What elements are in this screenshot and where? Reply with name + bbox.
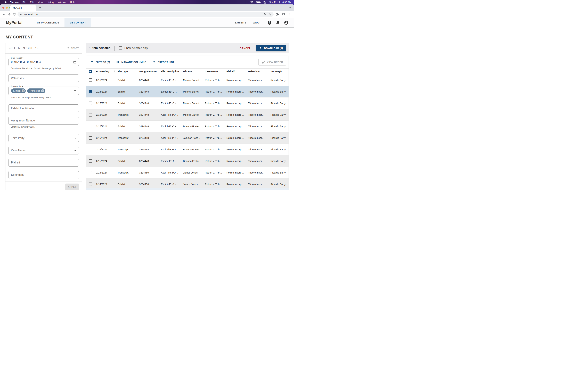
horizontal-scrollbar[interactable] [86, 188, 288, 190]
case-name-placeholder: Case Name [11, 149, 25, 152]
wifi-icon[interactable] [250, 1, 253, 3]
column-header-3[interactable]: Assignment Nu… [139, 70, 161, 73]
battery-icon[interactable] [256, 1, 261, 3]
menu-item-chrome[interactable]: Chrome [8, 1, 20, 3]
defendant-input[interactable] [8, 171, 79, 179]
control-center-icon[interactable] [264, 1, 266, 3]
apple-menu-icon[interactable] [3, 1, 8, 3]
row-checkbox[interactable] [89, 136, 92, 140]
apply-button[interactable]: APPLY [65, 184, 79, 190]
plaintiff-input[interactable] [8, 159, 79, 167]
witnesses-input[interactable] [8, 74, 79, 82]
content-type-chip[interactable]: Exhibit× [11, 88, 26, 93]
menu-bar-clock[interactable]: Sun Feb 7 6:30 PM [269, 1, 291, 3]
case-name-select[interactable]: Case Name [8, 147, 79, 154]
table-row[interactable]: 2/15/2024Exhibit3294448Exhibit-Eh-3 -…Mo… [86, 97, 288, 109]
side-panel-icon[interactable] [281, 12, 286, 17]
table-row[interactable]: 2/15/2024Transcript3294448Ascii File, PD… [86, 144, 288, 155]
show-selected-only-checkbox[interactable] [119, 46, 122, 50]
table-cell: Triboro Incor… [248, 148, 270, 151]
nav-my-content[interactable]: MY CONTENT [64, 18, 91, 27]
notifications-bell-icon[interactable] [276, 20, 280, 25]
tab-close-icon[interactable] [33, 7, 35, 9]
table-cell: Ricardo Barry [270, 160, 288, 162]
view-order-button[interactable]: VIEW ORDER [258, 59, 286, 66]
row-checkbox[interactable] [89, 148, 92, 151]
content-type-chip[interactable]: Transcript× [27, 88, 45, 93]
select-all-checkbox[interactable] [89, 70, 92, 73]
row-checkbox[interactable] [89, 125, 92, 128]
menu-item-edit[interactable]: Edit [28, 1, 36, 3]
table-row[interactable]: 2/15/2024Exhibit3294448Exhibit-Eh-6 -…Br… [86, 155, 288, 167]
row-checkbox[interactable] [89, 102, 92, 105]
table-row[interactable]: 2/14/2024Transcript3294450Ascii File, PD… [86, 167, 288, 178]
forward-button[interactable] [7, 12, 12, 17]
chip-remove-icon[interactable]: × [41, 89, 44, 92]
column-header-6[interactable]: Case Name [205, 70, 227, 73]
tab-search-chevron-icon[interactable] [289, 6, 292, 9]
table-card: FILTERS (3) MANAGE COLUMNS EXPORT LIST [86, 56, 289, 190]
column-header-5[interactable]: Witness [183, 70, 205, 73]
new-tab-button[interactable]: + [38, 6, 42, 10]
filters-button[interactable]: FILTERS (3) [91, 60, 110, 64]
calendar-icon[interactable] [73, 60, 76, 64]
manage-columns-button[interactable]: MANAGE COLUMNS [116, 60, 146, 64]
content-type-select[interactable]: Exhibit×Transcript× [8, 87, 79, 95]
third-party-select[interactable]: Third Party [8, 134, 79, 142]
exhibit-identification-input[interactable] [8, 104, 79, 112]
help-icon[interactable]: ? [267, 20, 272, 25]
table-row[interactable]: 2/15/2024Exhibit3294448Exhibit-Eh-5 -…Br… [86, 121, 288, 132]
column-header-7[interactable]: Plaintiff [227, 70, 248, 73]
menu-item-window[interactable]: Window [56, 1, 68, 3]
row-checkbox[interactable] [89, 78, 92, 82]
browser-menu-kebab-icon[interactable] [287, 12, 292, 17]
download-button[interactable]: DOWNLOAD (1) [256, 45, 286, 51]
column-header-1[interactable]: Proceeding… [96, 70, 117, 73]
menu-item-history[interactable]: History [45, 1, 56, 3]
cancel-button[interactable]: CANCEL [240, 47, 251, 50]
date-range-input[interactable] [8, 58, 79, 66]
reload-button[interactable] [12, 12, 17, 17]
nav-vault[interactable]: VAULT [253, 21, 261, 24]
table-toolbar: FILTERS (3) MANAGE COLUMNS EXPORT LIST [86, 56, 288, 68]
column-header-8[interactable]: Defendant [248, 70, 270, 73]
window-close-button[interactable] [2, 7, 4, 9]
share-icon[interactable] [262, 12, 267, 17]
chip-remove-icon[interactable]: × [22, 89, 25, 92]
menu-item-view[interactable]: View [36, 1, 45, 3]
menu-item-file[interactable]: File [20, 1, 28, 3]
selected-count-text: 1 item selected [89, 46, 111, 50]
row-checkbox[interactable] [89, 113, 92, 116]
row-checkbox[interactable] [89, 183, 92, 186]
menu-item-help[interactable]: Help [68, 1, 77, 3]
bookmark-star-icon[interactable] [267, 12, 272, 17]
nav-exhibits[interactable]: EXHIBITS [235, 21, 246, 24]
back-button[interactable] [2, 12, 7, 17]
reset-button[interactable]: RESET [66, 47, 79, 50]
table-row[interactable]: 2/15/2024Transcript3294448Ascii File, PD… [86, 109, 288, 121]
row-checkbox[interactable] [89, 90, 92, 93]
table-row[interactable]: 2/15/2024Exhibit3294448Exhibit-Eh-2 -…Mo… [86, 86, 288, 97]
extensions-puzzle-icon[interactable] [275, 12, 280, 17]
address-bar[interactable]: myportal.com [18, 12, 274, 17]
assignment-number-input[interactable] [8, 117, 79, 125]
table-row[interactable]: 2/15/2024Exhibit3294448Exhibit-Eh-1 -…Mo… [86, 74, 288, 86]
table-cell: Triboro Incor… [248, 90, 270, 93]
row-checkbox[interactable] [89, 171, 92, 174]
nav-my-proceedings[interactable]: MY PROCEEDINGS [32, 18, 64, 27]
column-header-2[interactable]: File Type [117, 70, 139, 73]
column-header-9[interactable]: Attorney/L… [270, 70, 288, 73]
cart-plus-icon [261, 60, 265, 64]
table-row[interactable]: 2/15/2024Transcript3294448Ascii File, PD… [86, 132, 288, 144]
browser-tab[interactable]: MyPortal [10, 5, 36, 11]
window-minimize-button[interactable] [6, 7, 8, 9]
column-header-4[interactable]: File Description [161, 70, 183, 73]
lock-icon[interactable] [20, 13, 22, 16]
table-cell: James Jones [183, 183, 205, 186]
table-cell: Monica Barrett [183, 79, 205, 81]
table-cell: Rotron v. Trib… [205, 102, 227, 105]
table-cell: 2/15/2024 [96, 137, 117, 139]
account-avatar-icon[interactable] [284, 20, 288, 25]
export-list-button[interactable]: EXPORT LIST [152, 60, 174, 64]
row-checkbox[interactable] [89, 159, 92, 163]
